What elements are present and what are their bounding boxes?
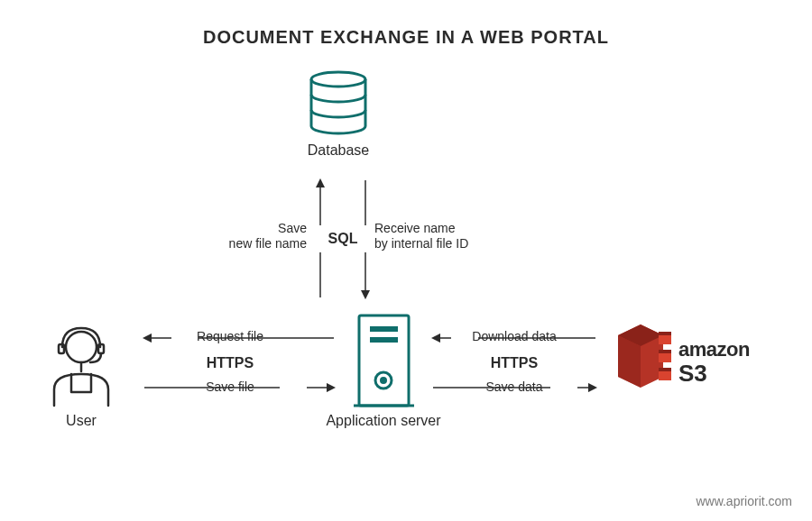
label-appserver: Application server — [307, 413, 460, 429]
label-save-data: Save data — [469, 379, 559, 395]
svg-point-0 — [311, 72, 365, 87]
label-download-data: Download data — [451, 329, 577, 344]
svg-rect-5 — [370, 326, 398, 332]
svg-rect-6 — [370, 337, 398, 343]
svg-rect-12 — [659, 332, 671, 335]
appserver-icon — [354, 315, 414, 406]
label-sql: SQL — [325, 230, 361, 247]
s3-icon — [618, 324, 671, 388]
diagram-canvas: DOCUMENT EXCHANGE IN A WEB PORTAL — [0, 0, 812, 521]
label-receive-name-l1: Receive name — [374, 221, 456, 235]
label-s3-line2: S3 — [678, 360, 750, 388]
svg-point-8 — [380, 377, 387, 384]
svg-rect-14 — [659, 368, 671, 371]
label-save-file: Save file — [185, 379, 275, 395]
svg-point-1 — [66, 332, 97, 362]
svg-rect-13 — [659, 350, 671, 353]
footer-url: www.apriorit.com — [696, 494, 792, 508]
label-receive-name-l2: by internal file ID — [374, 236, 468, 251]
label-https-right: HTTPS — [469, 354, 559, 371]
label-s3: amazon S3 — [678, 338, 750, 388]
diagram-svg — [0, 0, 812, 521]
label-https-left: HTTPS — [185, 354, 275, 371]
label-request-file: Request file — [176, 329, 284, 344]
label-database: Database — [293, 142, 383, 159]
label-receive-name: Receive name by internal file ID — [374, 221, 519, 251]
user-icon — [54, 328, 108, 406]
label-save-name-l1: Save — [278, 221, 307, 235]
database-icon — [311, 72, 365, 133]
label-user: User — [50, 413, 113, 429]
label-s3-line1: amazon — [678, 338, 750, 361]
label-save-name-l2: new file name — [229, 236, 307, 251]
label-save-name: Save new file name — [198, 221, 307, 251]
